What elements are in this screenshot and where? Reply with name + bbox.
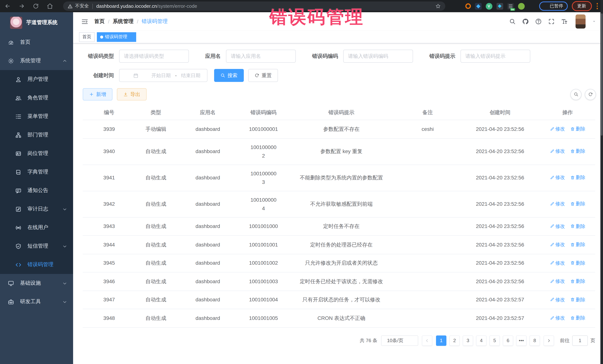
sidebar-item-label: 部门管理	[27, 132, 48, 138]
breadcrumb-home[interactable]: 首页	[94, 18, 105, 25]
tab-error-code[interactable]: 错误码管理	[97, 32, 136, 42]
sidebar-item-post[interactable]: 岗位管理	[0, 144, 73, 163]
edit-link[interactable]: 修改	[550, 295, 565, 304]
browser-extensions-area: V on 已暂停 更新	[465, 1, 599, 11]
puzzle-extensions-icon[interactable]	[529, 3, 535, 9]
sidebar-item-errorcode[interactable]: 错误码管理	[0, 255, 73, 274]
user-avatar[interactable]	[576, 14, 586, 29]
page-button-5[interactable]: 5	[489, 335, 500, 346]
goto-page-input[interactable]	[572, 335, 588, 346]
dashboard-icon	[8, 39, 14, 45]
gem-extension-icon[interactable]	[475, 3, 481, 10]
address-bar[interactable]: 不安全 dashboard.yudao.iocoder.cn/system/er…	[63, 1, 445, 11]
sidebar-item-user[interactable]: 用户管理	[0, 70, 73, 88]
error-type-select[interactable]	[119, 50, 189, 63]
help-icon[interactable]	[535, 18, 542, 25]
security-label[interactable]: 不安全	[75, 3, 89, 9]
sidebar-item-dict[interactable]: 字典管理	[0, 163, 73, 181]
breadcrumb-system[interactable]: 系统管理	[113, 18, 134, 25]
gear-icon	[8, 58, 14, 64]
reset-button[interactable]: 重置	[248, 69, 278, 82]
export-button[interactable]: 导出	[117, 88, 147, 100]
sidebar-item-notice[interactable]: 通知公告	[0, 181, 73, 200]
delete-link[interactable]: 删除	[570, 222, 585, 230]
delete-link[interactable]: 删除	[570, 295, 585, 304]
edit-link[interactable]: 修改	[550, 259, 565, 267]
edit-link[interactable]: 修改	[550, 200, 565, 208]
browser-menu-icon[interactable]	[596, 2, 599, 10]
delete-link[interactable]: 删除	[570, 200, 585, 208]
toggle-search-button[interactable]	[570, 89, 581, 100]
cell-remark	[395, 165, 460, 191]
sidebar-item-sms[interactable]: 短信管理	[0, 237, 73, 255]
delete-link[interactable]: 删除	[570, 277, 585, 286]
code-icon	[15, 262, 22, 268]
close-tab-icon[interactable]	[129, 35, 133, 39]
caret-down-icon[interactable]	[592, 19, 596, 24]
green-extension-icon[interactable]	[518, 3, 524, 10]
prev-page-button[interactable]	[422, 335, 432, 346]
edit-link[interactable]: 修改	[550, 240, 565, 249]
app-name-input[interactable]	[226, 50, 296, 63]
delete-link[interactable]: 删除	[570, 314, 585, 322]
cell-type: 手动编辑	[135, 120, 176, 138]
page-scrollbar[interactable]	[600, 0, 603, 364]
edit-link[interactable]: 修改	[550, 222, 565, 230]
reload-icon[interactable]	[33, 3, 39, 9]
page-ellipsis[interactable]: •••	[516, 335, 527, 346]
chrome-update-button[interactable]: 更新	[572, 1, 592, 11]
search-icon[interactable]	[509, 18, 516, 25]
sidebar-item-home[interactable]: 首页	[0, 33, 73, 52]
page-button-8[interactable]: 8	[530, 335, 540, 346]
vue-extension-icon[interactable]: V	[486, 3, 492, 10]
edit-link[interactable]: 修改	[550, 147, 565, 155]
edit-link[interactable]: 修改	[550, 124, 565, 133]
sidebar-item-dept[interactable]: 部门管理	[0, 126, 73, 144]
tab-label: 错误码管理	[105, 34, 127, 40]
cell-actions: 修改删除	[540, 272, 595, 291]
delete-link[interactable]: 删除	[570, 147, 585, 155]
github-icon[interactable]	[522, 18, 529, 25]
book-icon	[15, 169, 22, 175]
profile-paused-chip[interactable]: 已暂停	[539, 1, 568, 11]
search-button[interactable]: 搜索	[214, 69, 244, 82]
font-size-icon[interactable]	[561, 18, 568, 25]
delete-link[interactable]: 删除	[570, 124, 585, 133]
page-size-select[interactable]: 10条/页	[381, 335, 418, 346]
sidebar-item-role[interactable]: 角色管理	[0, 88, 73, 107]
home-icon[interactable]	[47, 3, 53, 9]
edit-link[interactable]: 修改	[550, 277, 565, 286]
sidebar-item-audit[interactable]: 审计日志	[0, 200, 73, 218]
grid-extension-icon[interactable]	[496, 3, 503, 10]
page-button-3[interactable]: 3	[463, 335, 473, 346]
error-code-input[interactable]	[343, 50, 413, 63]
tab-home[interactable]: 首页	[79, 32, 95, 42]
delete-link[interactable]: 删除	[570, 173, 585, 182]
date-range-picker[interactable]: 开始日期 - 结束日期	[119, 69, 208, 82]
delete-link[interactable]: 删除	[570, 240, 585, 249]
fullscreen-icon[interactable]	[548, 18, 555, 25]
edit-link[interactable]: 修改	[550, 173, 565, 182]
bookmark-star-icon[interactable]	[435, 3, 441, 9]
sidebar-item-infra[interactable]: 基础设施	[0, 274, 73, 292]
adblocker-extension-icon[interactable]	[465, 3, 471, 9]
add-button[interactable]: 新增	[83, 88, 112, 100]
back-icon[interactable]	[4, 3, 11, 9]
edit-link[interactable]: 修改	[550, 314, 565, 322]
error-hint-input[interactable]	[461, 50, 530, 63]
delete-link[interactable]: 删除	[570, 259, 585, 267]
sidebar-item-devtools[interactable]: 研发工具	[0, 292, 73, 311]
sidebar-item-menu[interactable]: 菜单管理	[0, 107, 73, 126]
app-logo[interactable]: 芋道管理系统	[0, 12, 73, 33]
page-button-2[interactable]: 2	[449, 335, 460, 346]
page-button-4[interactable]: 4	[476, 335, 487, 346]
page-button-1[interactable]: 1	[436, 335, 446, 346]
sidebar-item-system[interactable]: 系统管理	[0, 52, 73, 70]
page-button-6[interactable]: 6	[503, 335, 513, 346]
forward-icon[interactable]	[19, 3, 25, 9]
hamburger-icon[interactable]	[81, 18, 88, 25]
switch-on-extension-icon[interactable]: on	[507, 3, 514, 10]
sidebar-item-online[interactable]: 在线用户	[0, 218, 73, 237]
next-page-button[interactable]	[544, 335, 554, 346]
refresh-table-button[interactable]	[585, 89, 596, 100]
